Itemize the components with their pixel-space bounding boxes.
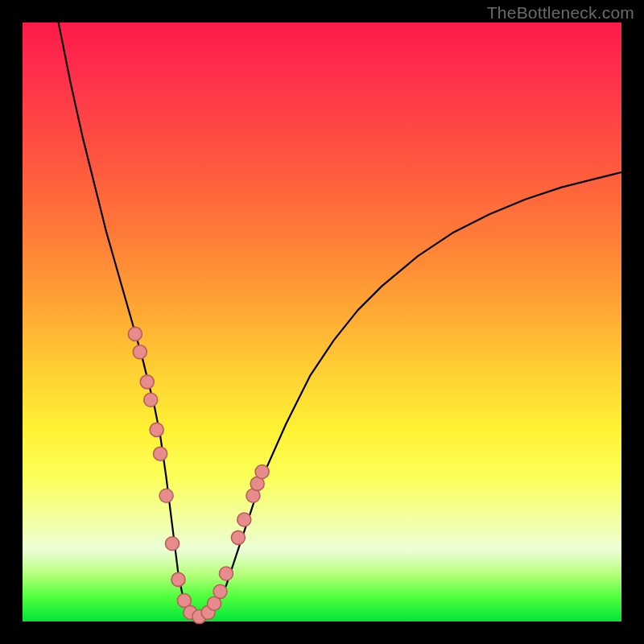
data-point — [237, 513, 251, 526]
chart-svg — [23, 23, 621, 621]
data-point — [213, 584, 227, 598]
data-point — [166, 537, 180, 551]
data-point — [231, 530, 245, 544]
chart-frame: TheBottleneck.com — [0, 0, 644, 644]
data-point — [133, 345, 147, 359]
data-point — [150, 423, 163, 436]
data-point — [154, 447, 167, 460]
data-point — [219, 567, 233, 580]
data-point — [144, 393, 158, 407]
plot-area — [23, 23, 621, 621]
data-point — [128, 327, 142, 341]
data-point — [159, 489, 173, 502]
watermark-text: TheBottleneck.com — [487, 3, 634, 23]
data-point — [171, 572, 185, 586]
data-point — [140, 375, 154, 389]
bottleneck-curve — [59, 23, 621, 618]
data-point — [255, 465, 269, 479]
data-points-group — [128, 327, 269, 623]
